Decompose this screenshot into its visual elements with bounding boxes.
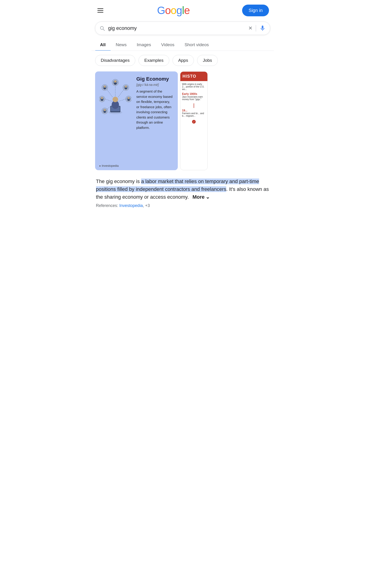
tab-short-videos[interactable]: Short videos — [179, 39, 214, 50]
references-prefix: References: — [96, 203, 119, 208]
hamburger-line-2 — [97, 10, 103, 11]
filter-chips: Disadvantages Examples Apps Jobs — [91, 51, 274, 69]
svg-point-29 — [125, 86, 127, 88]
search-divider — [256, 25, 256, 31]
tab-videos[interactable]: Videos — [156, 39, 180, 50]
google-logo: Google — [157, 4, 190, 17]
svg-line-21 — [119, 99, 126, 101]
hamburger-line-1 — [97, 8, 103, 9]
logo-letter-o1: o — [165, 4, 171, 16]
logo-letter-e: e — [184, 4, 190, 16]
history-timeline-line — [194, 103, 194, 108]
history-body: With origins in early 2... portion of th… — [180, 81, 207, 127]
history-text-1: Jazz musicians earn money from "gigs." — [182, 96, 206, 101]
description-text: The gig economy is a labor market that r… — [96, 178, 269, 201]
svg-point-28 — [104, 88, 106, 89]
more-label: More — [192, 193, 205, 201]
history-year-2: 19... — [182, 109, 206, 112]
references: References: Investopedia, +3 — [96, 203, 269, 208]
svg-line-15 — [118, 90, 124, 97]
hamburger-line-3 — [97, 12, 103, 13]
svg-point-31 — [101, 97, 103, 99]
search-input[interactable] — [108, 25, 245, 31]
chevron-down-icon: ⌄ — [206, 193, 210, 201]
history-card[interactable]: HISTO With origins in early 2... portion… — [180, 71, 208, 170]
svg-point-33 — [128, 97, 130, 99]
search-tabs: All News Images Videos Short videos — [91, 39, 274, 51]
svg-point-36 — [104, 111, 106, 113]
svg-point-34 — [127, 99, 130, 101]
sign-in-button[interactable]: Sign in — [242, 5, 269, 16]
investopedia-logo: ● — [99, 164, 101, 168]
svg-line-18 — [105, 99, 112, 101]
history-entry-2: 19... Farmers and br... and b... migrant… — [182, 109, 206, 117]
svg-line-12 — [107, 90, 112, 97]
history-origin-text: With origins in early 2... portion of th… — [182, 83, 206, 91]
more-button[interactable]: More ⌄ — [192, 193, 210, 201]
header: Google Sign in — [91, 0, 274, 19]
svg-line-1 — [103, 29, 105, 31]
clear-search-icon[interactable]: ✕ — [248, 25, 253, 31]
search-bar: ✕ — [95, 21, 270, 35]
chip-disadvantages[interactable]: Disadvantages — [95, 55, 135, 66]
def-card-inner: Gig Economy [gig·i·'kä·na·mē] A segment … — [95, 71, 178, 162]
svg-point-6 — [112, 97, 118, 102]
def-body: A segment of the service economy based o… — [136, 89, 174, 130]
desc-prefix: The gig economy is — [96, 178, 141, 184]
history-entry-1: Early 1900s Jazz musicians earn money fr… — [182, 92, 206, 101]
logo-letter-l: l — [182, 4, 184, 16]
def-phonetic: [gig·i·'kä·na·mē] — [136, 83, 174, 87]
tab-all[interactable]: All — [95, 39, 111, 50]
history-header: HISTO — [180, 72, 207, 81]
chip-apps[interactable]: Apps — [173, 55, 194, 66]
search-icon — [99, 26, 105, 31]
svg-point-27 — [104, 86, 106, 88]
microphone-icon[interactable] — [259, 25, 266, 31]
svg-point-32 — [101, 99, 103, 101]
history-text-2: Farmers and br... and b... migrant... — [182, 112, 206, 117]
def-source: ● Investopedia — [95, 162, 178, 170]
logo-letter-g1: G — [157, 4, 165, 16]
chip-examples[interactable]: Examples — [139, 55, 169, 66]
definition-card[interactable]: Gig Economy [gig·i·'kä·na·mē] A segment … — [95, 71, 178, 170]
def-title: Gig Economy — [136, 76, 174, 82]
svg-point-35 — [104, 109, 106, 111]
investopedia-link[interactable]: Investopedia — [119, 203, 143, 208]
tab-news[interactable]: News — [111, 39, 132, 50]
history-year-1: Early 1900s — [182, 92, 206, 96]
chip-jobs[interactable]: Jobs — [197, 55, 218, 66]
def-text-content: Gig Economy [gig·i·'kä·na·mē] A segment … — [136, 76, 174, 130]
tab-images[interactable]: Images — [132, 39, 156, 50]
references-more: , +3 — [143, 203, 150, 208]
image-carousel: Gig Economy [gig·i·'kä·na·mē] A segment … — [91, 69, 274, 173]
svg-point-25 — [114, 80, 116, 83]
svg-point-26 — [114, 83, 117, 85]
logo-letter-o2: o — [171, 4, 176, 16]
search-bar-container: ✕ — [91, 19, 274, 39]
network-illustration — [99, 78, 134, 121]
description-section: The gig economy is a labor market that r… — [91, 173, 274, 210]
hamburger-menu[interactable] — [96, 7, 105, 14]
history-checkmark: ✓ — [192, 120, 196, 124]
logo-letter-g2: g — [176, 4, 182, 16]
def-source-name: Investopedia — [102, 164, 119, 168]
svg-point-30 — [125, 88, 127, 89]
